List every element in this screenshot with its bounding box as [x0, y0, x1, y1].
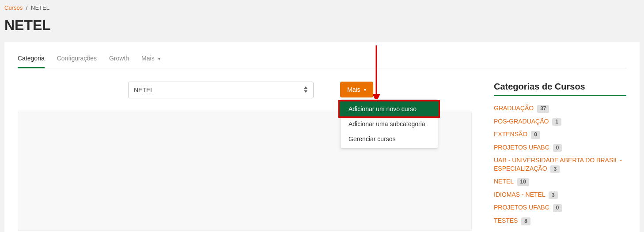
breadcrumb-parent-link[interactable]: Cursos — [4, 4, 23, 11]
page-title: NETEL — [4, 17, 640, 34]
count-badge: 3 — [550, 165, 560, 173]
breadcrumb-current: NETEL — [31, 4, 49, 11]
dropdown-item-gerenciar-cursos[interactable]: Gerenciar cursos — [341, 131, 438, 146]
category-list: GRADUAÇÃO 37 PÓS-GRADUAÇÃO 1 EXTENSÃO 0 … — [494, 104, 626, 225]
mais-button[interactable]: Mais ▾ — [340, 82, 373, 97]
tab-growth[interactable]: Growth — [109, 51, 129, 68]
sort-icon — [303, 86, 308, 94]
dropdown-item-adicionar-curso[interactable]: Adicionar um novo curso — [340, 101, 439, 116]
mais-button-label: Mais — [347, 86, 360, 93]
sidebar-title: Categorias de Cursos — [494, 82, 626, 96]
list-item: EXTENSÃO 0 — [494, 130, 626, 139]
category-select[interactable]: NETEL — [128, 82, 314, 98]
category-link[interactable]: PÓS-GRADUAÇÃO — [494, 118, 549, 125]
list-item: PROJETOS UFABC 0 — [494, 203, 626, 212]
mais-dropdown: Adicionar um novo curso Adicionar uma su… — [340, 99, 438, 149]
count-badge: 0 — [553, 144, 562, 152]
list-item: PÓS-GRADUAÇÃO 1 — [494, 117, 626, 126]
category-select-value: NETEL — [134, 86, 154, 94]
count-badge: 37 — [537, 105, 549, 113]
breadcrumb-separator: / — [24, 4, 30, 11]
count-badge: 3 — [549, 191, 558, 199]
tab-mais[interactable]: Mais ▾ — [141, 51, 160, 68]
main-panel: Categoria Configurações Growth Mais ▾ NE… — [4, 42, 640, 232]
list-item: PROJETOS UFABC 0 — [494, 143, 626, 152]
list-item: NETEL 10 — [494, 177, 626, 186]
category-link[interactable]: EXTENSÃO — [494, 131, 527, 138]
category-link[interactable]: IDIOMAS - NETEL — [494, 191, 545, 198]
breadcrumb: Cursos / NETEL — [4, 4, 640, 15]
category-link[interactable]: TESTES — [494, 217, 518, 224]
tab-mais-label: Mais — [141, 55, 155, 62]
tab-categoria[interactable]: Categoria — [18, 51, 45, 68]
list-item: GRADUAÇÃO 37 — [494, 104, 626, 113]
count-badge: 0 — [553, 204, 562, 212]
category-link[interactable]: GRADUAÇÃO — [494, 105, 534, 112]
dropdown-item-adicionar-subcategoria[interactable]: Adicionar uma subcategoria — [341, 116, 438, 131]
tabs: Categoria Configurações Growth Mais ▾ — [18, 51, 626, 68]
category-link[interactable]: NETEL — [494, 178, 514, 185]
count-badge: 0 — [531, 131, 540, 139]
chevron-down-icon: ▾ — [364, 87, 366, 92]
chevron-down-icon: ▾ — [158, 56, 160, 61]
count-badge: 1 — [552, 118, 561, 126]
tab-configuracoes[interactable]: Configurações — [57, 51, 97, 68]
list-item: UAB - UNIVERSIDADE ABERTA DO BRASIL - ES… — [494, 156, 626, 173]
category-link[interactable]: PROJETOS UFABC — [494, 204, 549, 211]
category-link[interactable]: PROJETOS UFABC — [494, 144, 549, 151]
list-item: IDIOMAS - NETEL 3 — [494, 191, 626, 199]
count-badge: 8 — [521, 217, 530, 225]
count-badge: 10 — [517, 178, 529, 186]
list-item: TESTES 8 — [494, 217, 626, 225]
